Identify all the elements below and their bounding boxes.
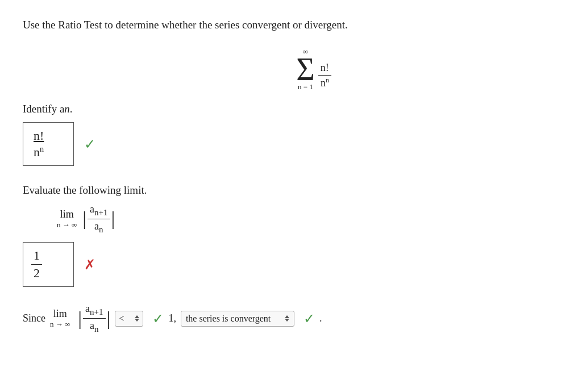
sigma-from: n = 1	[298, 82, 313, 91]
since-numerator: an+1	[83, 303, 105, 319]
since-word: Since	[23, 312, 45, 324]
since-lim-text: lim	[53, 308, 67, 320]
evaluate-answer-row: 1 2 ✗	[23, 242, 559, 287]
lim-sub: n → ∞	[57, 220, 77, 230]
identify-numerator: n!	[31, 128, 46, 143]
series-sigma-block: ∞ Σ n = 1 n! nn	[68, 47, 559, 91]
since-period: .	[319, 312, 322, 324]
since-operator-check-icon: ✓	[152, 311, 164, 327]
convergence-dropdown[interactable]: the series is convergent	[181, 311, 294, 327]
identify-section: Identify an. n! nn ✓	[23, 103, 559, 166]
evaluate-section: Evaluate the following limit. lim n → ∞ …	[23, 184, 559, 287]
evaluate-label: Evaluate the following limit.	[23, 184, 559, 197]
abs-right-bar: |	[111, 209, 115, 228]
convergence-arrow-down-icon	[285, 319, 289, 322]
since-value: 1,	[168, 312, 176, 324]
abs-fraction: an+1 an	[88, 203, 110, 234]
question-text: Use the Ratio Test to determine whether …	[23, 17, 559, 34]
since-convergence-check-icon: ✓	[304, 311, 315, 327]
series-numerator: n!	[318, 62, 331, 76]
abs-left-bar: |	[82, 209, 86, 228]
evaluate-answer-box[interactable]: 1 2	[23, 242, 74, 287]
identify-check-icon: ✓	[84, 136, 95, 152]
since-lim-expression: lim n → ∞	[50, 308, 70, 329]
operator-dropdown[interactable]: <	[115, 311, 143, 327]
since-abs-right-bar: |	[107, 309, 111, 328]
lim-text: lim	[60, 208, 74, 220]
identify-fraction: n! nn	[31, 128, 46, 160]
abs-fraction-display: | an+1 an |	[82, 203, 115, 234]
identify-denominator: nn	[31, 143, 46, 160]
since-fraction: an+1 an	[83, 303, 105, 333]
sigma-symbol: Σ	[296, 55, 315, 84]
evaluate-denominator: 2	[31, 265, 42, 281]
abs-numerator: an+1	[88, 203, 110, 219]
series-denominator: nn	[318, 76, 331, 89]
since-denominator: an	[88, 319, 101, 334]
identify-label: Identify an.	[23, 103, 559, 115]
lim-expression: lim n → ∞	[57, 208, 77, 230]
identify-answer-row: n! nn ✓	[23, 122, 559, 166]
convergence-dropdown-arrow	[285, 315, 289, 322]
series-fraction: n! nn	[318, 62, 331, 89]
abs-denominator: an	[92, 219, 106, 235]
operator-value: <	[119, 314, 124, 324]
arrow-down-icon	[135, 319, 139, 322]
identify-answer-box[interactable]: n! nn	[23, 122, 74, 166]
operator-dropdown-arrow	[135, 315, 139, 322]
evaluate-numerator: 1	[31, 248, 42, 265]
since-abs-fraction: | an+1 an |	[78, 303, 110, 333]
since-abs-left-bar: |	[78, 309, 82, 328]
limit-display: lim n → ∞ | an+1 an |	[57, 203, 559, 234]
convergence-value: the series is convergent	[186, 314, 271, 324]
since-row: Since lim n → ∞ | an+1 an | < ✓ 1, the s…	[23, 303, 559, 333]
since-lim-sub: n → ∞	[50, 320, 70, 329]
evaluate-fraction: 1 2	[31, 248, 42, 281]
convergence-arrow-up-icon	[285, 315, 289, 318]
evaluate-cross-icon: ✗	[84, 257, 95, 273]
arrow-up-icon	[135, 315, 139, 318]
